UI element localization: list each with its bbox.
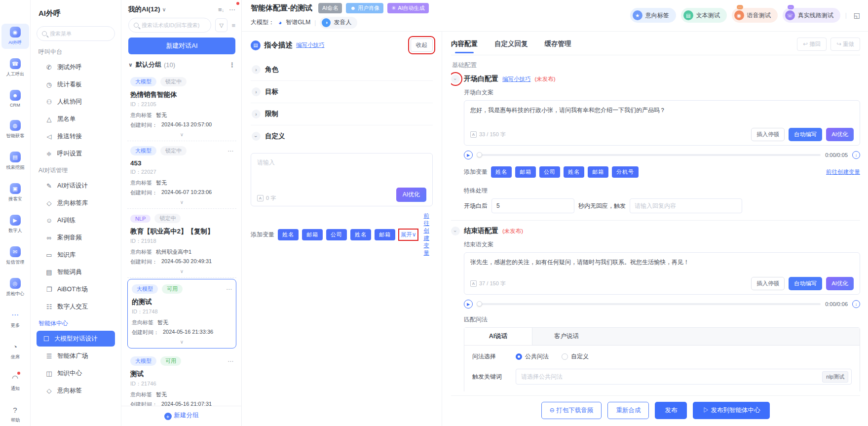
- menu-item-knowledge-base[interactable]: ▭知识库: [37, 247, 115, 263]
- menu-search[interactable]: [37, 26, 115, 41]
- card-expand-icon[interactable]: ∨: [130, 131, 233, 139]
- ai-optimize-button[interactable]: AI优化: [826, 277, 854, 290]
- text-test-button[interactable]: ▤文本测试: [681, 8, 727, 23]
- trigger-reply-input[interactable]: [630, 198, 742, 213]
- tab-ai-speaks[interactable]: AI说话: [464, 328, 532, 345]
- section-role[interactable]: ›角色: [251, 59, 433, 81]
- rail-item-digital-human[interactable]: ▶ 数字人: [1, 212, 29, 237]
- voice-selector[interactable]: ◑ 发音人: [320, 17, 357, 29]
- audio-track[interactable]: [477, 303, 821, 305]
- custom-prompt-input[interactable]: [257, 158, 426, 188]
- no-response-seconds-input[interactable]: [491, 198, 574, 213]
- card-expand-icon[interactable]: ∨: [130, 268, 233, 275]
- menu-item-intent-tags[interactable]: ◇意向标签: [37, 383, 115, 398]
- rail-item-smart-leads[interactable]: ◍ 智能获客: [1, 117, 29, 142]
- ai-card-selected[interactable]: 大模型可用⋯ 的测试 ID：21748 意向标签暂无 创建时间：2024-05-…: [127, 279, 236, 349]
- rail-item-help[interactable]: ? 帮助: [1, 401, 29, 426]
- var-tag-name2[interactable]: 姓名: [564, 166, 584, 178]
- chevron-down-icon[interactable]: ∨: [162, 6, 166, 13]
- auto-write-button[interactable]: 自动编写: [789, 277, 822, 290]
- undo-button[interactable]: ↩ 撤回: [797, 38, 827, 51]
- var-tag-email2[interactable]: 邮箱: [375, 229, 395, 240]
- menu-item-knowledge-center[interactable]: ◫知识中心: [37, 365, 115, 381]
- group-chevron-icon[interactable]: ∨: [128, 62, 133, 68]
- var-tag-company[interactable]: 公司: [326, 229, 347, 240]
- create-variable-link[interactable]: 前往创建变量: [826, 168, 860, 176]
- resynthesize-button[interactable]: 重新合成: [607, 402, 649, 419]
- play-icon[interactable]: ▶: [464, 300, 473, 309]
- filter-button[interactable]: ▽: [215, 18, 227, 32]
- tab-cache-mgmt[interactable]: 缓存管理: [545, 39, 571, 53]
- audio-thumb[interactable]: [477, 301, 482, 307]
- group-more-icon[interactable]: ⋮: [229, 61, 235, 69]
- new-dialog-ai-button[interactable]: 新建对话AI: [128, 38, 235, 54]
- ai-optimize-button[interactable]: AI优化: [396, 188, 426, 202]
- fullscreen-icon[interactable]: ◱: [854, 11, 860, 19]
- ai-card[interactable]: 大模型锁定中 热情销售智能体 ID：22105 意向标签暂无 创建时间：2024…: [127, 72, 236, 141]
- menu-item-case-audio[interactable]: ∞案例音频: [37, 230, 115, 245]
- tab-customer-speaks[interactable]: 客户说话: [532, 328, 601, 345]
- rail-item-more[interactable]: ⋯ 更多: [1, 307, 29, 332]
- menu-item-ai-training[interactable]: ☺AI训练: [37, 212, 115, 228]
- ai-autogen-tag[interactable]: ✳AI自动生成: [387, 3, 429, 13]
- rail-item-ai-outbound[interactable]: ◉ AI外呼: [1, 24, 29, 49]
- rail-item-qc-center[interactable]: ◎ 质检中心: [1, 275, 29, 300]
- var-tag-name[interactable]: 姓名: [491, 166, 512, 178]
- var-tag-email2[interactable]: 邮箱: [588, 166, 608, 178]
- menu-item-blacklist[interactable]: △黑名单: [37, 111, 115, 127]
- menu-item-smart-dict[interactable]: ▤智能词典: [37, 264, 115, 280]
- nlp-test-tag[interactable]: nlp测试: [822, 371, 848, 383]
- expand-vars-link[interactable]: 展开∨: [401, 231, 416, 238]
- menu-item-agent-plaza[interactable]: ☰智能体广场: [37, 348, 115, 364]
- ai-card[interactable]: 大模型可用⋯ 测试 ID：21746 意向标签暂无 创建时间：2024-05-1…: [127, 351, 236, 406]
- redo-button[interactable]: ↪ 重做: [830, 38, 860, 51]
- keyword-select[interactable]: 请选择公共问法 nlp测试: [516, 369, 852, 385]
- tab-content-config[interactable]: 内容配置: [451, 39, 478, 53]
- insert-pause-button[interactable]: 插入停顿: [751, 277, 785, 290]
- menu-item-llm-dialog-design[interactable]: ☐大模型对话设计: [37, 331, 115, 347]
- publish-to-agent-center-button[interactable]: ▷ 发布到智能体中心: [693, 402, 770, 419]
- model-name[interactable]: 智谱GLM: [286, 18, 310, 27]
- rail-item-sms[interactable]: ✉ 短信管理: [1, 243, 29, 269]
- radio-custom-phrasing[interactable]: 自定义: [562, 352, 589, 361]
- section-custom[interactable]: ›自定义: [251, 125, 433, 147]
- publish-button[interactable]: 发布: [655, 402, 687, 419]
- download-icon[interactable]: ↓: [852, 300, 860, 308]
- more-menu-icon[interactable]: ⋯: [229, 6, 235, 13]
- card-more-icon[interactable]: ⋯: [227, 358, 233, 365]
- rail-item-agent-seat[interactable]: ◔ 坐席: [1, 338, 29, 363]
- var-tag-email[interactable]: 邮箱: [302, 229, 323, 240]
- tab-custom-reply[interactable]: 自定义回复: [494, 39, 528, 53]
- new-group-button[interactable]: +新建分组: [164, 411, 199, 421]
- rail-item-soukebao[interactable]: ▣ 搜客宝: [1, 180, 29, 205]
- var-tag-name2[interactable]: 姓名: [350, 229, 371, 240]
- card-more-icon[interactable]: ⋯: [227, 148, 233, 155]
- menu-item-aibot-market[interactable]: ❐AiBOT市场: [37, 281, 115, 297]
- download-icon[interactable]: ↓: [852, 151, 860, 159]
- ai-card[interactable]: 大模型锁定中⋯ 453 ID：22027 意向标签暂无 创建时间：2024-06…: [127, 141, 236, 209]
- ending-chevron-icon[interactable]: ›: [451, 227, 460, 235]
- var-tag-extension[interactable]: 分机号: [612, 166, 639, 178]
- ai-naming-tag[interactable]: AI命名: [318, 3, 342, 13]
- rail-item-manual-call[interactable]: ☎ 人工呼出: [1, 55, 29, 80]
- writing-tips-link[interactable]: 编写小技巧: [296, 41, 325, 49]
- download-audio-button[interactable]: ⊖ 打包下载音频: [541, 402, 602, 419]
- var-tag-company[interactable]: 公司: [539, 166, 560, 178]
- rail-item-notifications[interactable]: ◠ 通知: [1, 370, 29, 395]
- rail-item-crm[interactable]: ☻ CRM: [1, 87, 29, 111]
- opening-tips-link[interactable]: 编写小技巧: [502, 76, 531, 83]
- voice-test-button[interactable]: ⋯◉语音测试: [732, 8, 778, 23]
- play-icon[interactable]: ▶: [464, 151, 473, 159]
- menu-item-human-ai-collab[interactable]: ⚇人机协同: [37, 94, 115, 110]
- collapse-button[interactable]: 收起: [411, 39, 433, 52]
- var-tag-email[interactable]: 邮箱: [515, 166, 536, 178]
- section-goal[interactable]: ›目标: [251, 81, 433, 103]
- line-test-button[interactable]: ⋯☏真实线路测试: [783, 8, 840, 23]
- var-tag-name[interactable]: 姓名: [278, 229, 299, 240]
- rail-item-lead-mining[interactable]: ▤ 线索挖掘: [1, 149, 29, 174]
- ai-search-input[interactable]: [142, 22, 206, 28]
- ai-search-box[interactable]: [128, 18, 211, 33]
- opening-script-text[interactable]: 您好，我是惠每科技的行政小张，请问我有幸和您介绍一下我们的产品吗？: [470, 106, 854, 128]
- auto-write-button[interactable]: 自动编写: [789, 128, 822, 141]
- intent-tags-button[interactable]: ★意向标签: [630, 8, 676, 23]
